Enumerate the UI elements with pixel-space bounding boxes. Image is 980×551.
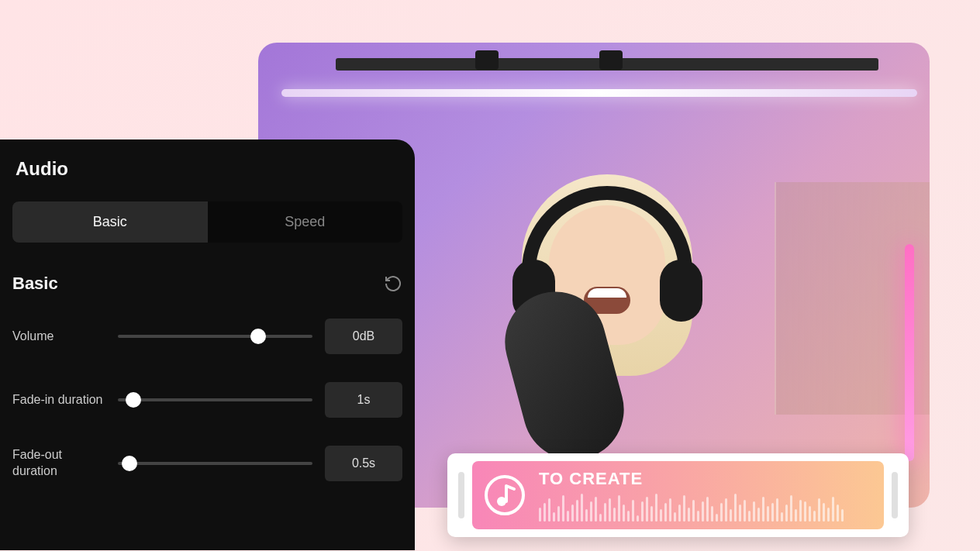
tab-basic[interactable]: Basic bbox=[12, 201, 208, 243]
wave-bar bbox=[730, 509, 732, 522]
volume-label: Volume bbox=[12, 329, 105, 345]
wave-bar bbox=[790, 495, 792, 522]
wave-bar bbox=[762, 497, 764, 522]
fade-out-slider-thumb[interactable] bbox=[122, 456, 137, 471]
clip-handle-left[interactable] bbox=[458, 472, 464, 518]
wave-bar bbox=[771, 503, 774, 522]
wave-bar bbox=[590, 501, 592, 522]
wave-bar bbox=[567, 511, 569, 522]
wave-bar bbox=[809, 506, 811, 522]
fade-out-value[interactable]: 0.5s bbox=[325, 446, 402, 481]
wave-bar bbox=[748, 511, 751, 522]
wave-bar bbox=[637, 515, 639, 522]
fade-in-value[interactable]: 1s bbox=[325, 382, 402, 418]
wave-bar bbox=[553, 512, 555, 522]
section-title: Basic bbox=[12, 274, 58, 294]
wave-bar bbox=[599, 514, 602, 522]
waveform bbox=[539, 494, 873, 522]
wave-bar bbox=[543, 503, 546, 522]
wave-bar bbox=[781, 512, 783, 522]
wave-bar bbox=[720, 503, 723, 522]
wave-bar bbox=[609, 498, 611, 522]
wave-bar bbox=[832, 497, 834, 522]
wave-bar bbox=[678, 505, 681, 522]
audio-clip[interactable]: TO CREATE bbox=[447, 453, 909, 537]
wave-bar bbox=[813, 511, 816, 522]
fade-in-control: Fade-in duration 1s bbox=[12, 382, 402, 418]
wave-bar bbox=[795, 509, 797, 522]
wave-bar bbox=[557, 506, 560, 522]
wave-bar bbox=[744, 500, 746, 522]
wave-bar bbox=[623, 505, 625, 522]
wave-bar bbox=[604, 503, 606, 522]
tab-speed[interactable]: Speed bbox=[208, 201, 403, 243]
light-bar bbox=[281, 89, 917, 97]
fade-out-control: Fade-out duration 0.5s bbox=[12, 446, 402, 481]
clip-handle-right[interactable] bbox=[892, 472, 898, 518]
wave-bar bbox=[799, 500, 802, 522]
wave-bar bbox=[655, 494, 657, 522]
wave-bar bbox=[562, 495, 564, 522]
music-note-icon bbox=[483, 474, 526, 517]
slider-track bbox=[118, 462, 312, 465]
pink-glow-light bbox=[905, 244, 914, 461]
slider-track bbox=[118, 398, 312, 401]
wave-bar bbox=[595, 497, 597, 522]
wave-bar bbox=[767, 506, 769, 522]
wave-bar bbox=[823, 503, 825, 522]
volume-control: Volume 0dB bbox=[12, 319, 402, 354]
wave-bar bbox=[725, 498, 727, 522]
clip-body[interactable]: TO CREATE bbox=[472, 461, 884, 529]
wave-bar bbox=[837, 505, 839, 522]
section-header: Basic bbox=[12, 274, 402, 294]
wave-bar bbox=[613, 508, 616, 522]
wave-bar bbox=[692, 500, 695, 522]
audio-panel: Audio Basic Speed Basic Volume 0dB Fade-… bbox=[0, 139, 415, 550]
clip-content: TO CREATE bbox=[539, 469, 873, 522]
volume-value[interactable]: 0dB bbox=[325, 319, 402, 354]
wave-bar bbox=[776, 498, 778, 522]
reset-icon[interactable] bbox=[384, 274, 402, 293]
volume-slider[interactable] bbox=[118, 329, 312, 344]
wave-bar bbox=[734, 494, 737, 522]
wave-bar bbox=[683, 495, 685, 522]
audio-tabs: Basic Speed bbox=[12, 201, 402, 243]
panel-title: Audio bbox=[12, 158, 402, 180]
wave-bar bbox=[688, 508, 690, 522]
wave-bar bbox=[827, 508, 830, 522]
slider-track bbox=[118, 335, 312, 338]
wave-bar bbox=[697, 511, 699, 522]
fade-out-label: Fade-out duration bbox=[12, 447, 105, 480]
wave-bar bbox=[664, 503, 667, 522]
wave-bar bbox=[818, 498, 820, 522]
wave-bar bbox=[785, 505, 788, 522]
wave-bar bbox=[539, 508, 541, 522]
volume-slider-thumb[interactable] bbox=[250, 329, 266, 344]
wave-bar bbox=[804, 501, 806, 522]
wave-bar bbox=[757, 508, 760, 522]
rig-mount bbox=[599, 50, 623, 70]
fade-out-slider[interactable] bbox=[118, 456, 312, 471]
wave-bar bbox=[739, 505, 741, 522]
wave-bar bbox=[618, 495, 620, 522]
fade-in-slider[interactable] bbox=[118, 392, 312, 408]
wave-bar bbox=[674, 512, 676, 522]
fade-in-slider-thumb[interactable] bbox=[126, 392, 141, 408]
wave-bar bbox=[548, 498, 550, 522]
wave-bar bbox=[716, 514, 718, 522]
wave-bar bbox=[711, 506, 713, 522]
person-podcaster bbox=[413, 136, 801, 508]
wave-bar bbox=[646, 497, 648, 522]
wave-bar bbox=[702, 501, 704, 522]
wave-bar bbox=[706, 497, 709, 522]
wave-bar bbox=[660, 509, 662, 522]
headphone-ear-right bbox=[660, 260, 702, 322]
wave-bar bbox=[576, 500, 578, 522]
rig-mount bbox=[475, 50, 499, 70]
wave-bar bbox=[650, 506, 653, 522]
wave-bar bbox=[627, 511, 630, 522]
wave-bar bbox=[641, 501, 644, 522]
wave-bar bbox=[753, 501, 755, 522]
wave-bar bbox=[669, 498, 671, 522]
wave-bar bbox=[581, 494, 583, 522]
